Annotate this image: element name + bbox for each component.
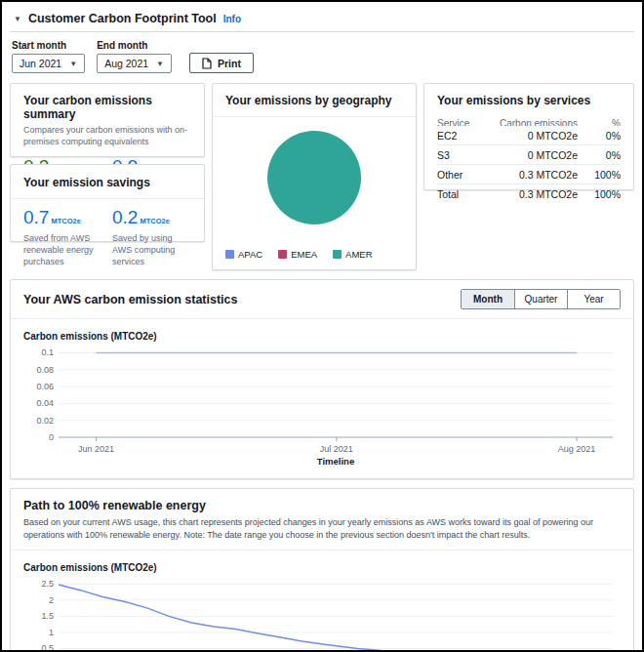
geography-card-title: Your emissions by geography	[225, 94, 403, 107]
geography-chart-area: APAC EMEA AMER	[213, 117, 416, 269]
emission-savings-card: Your emission savings 0.7MTCO2e Saved fr…	[10, 164, 205, 242]
start-month-group: Start month Jun 2021 ▼	[12, 40, 85, 73]
path-chart-area: Carbon emissions (MTCO2e) 00.511.522.520…	[11, 550, 633, 652]
page-frame: ▼ Customer Carbon Footprint Tool Info St…	[0, 0, 644, 652]
info-link[interactable]: Info	[223, 14, 241, 24]
service-name: Other	[437, 169, 482, 181]
page-header: ▼ Customer Carbon Footprint Tool Info	[10, 8, 634, 31]
svg-text:Timeline: Timeline	[317, 456, 354, 467]
apac-swatch-icon	[225, 250, 234, 259]
path-title: Path to 100% renewable energy	[23, 499, 621, 512]
summary-section: Your carbon emissions summary Compares y…	[10, 83, 634, 270]
renewable-path-card: Path to 100% renewable energy Based on y…	[10, 488, 634, 652]
statistics-line-chart[interactable]: 00.020.040.060.080.1Jun 2021Jul 2021Aug …	[23, 344, 621, 470]
svg-text:0.08: 0.08	[36, 365, 54, 375]
table-row-other[interactable]: Other 0.3 MTCO2e 100%	[437, 165, 621, 184]
svg-text:Aug 2021: Aug 2021	[558, 444, 596, 454]
service-percent: 100%	[578, 188, 621, 200]
year-toggle-button[interactable]: Year	[567, 290, 620, 308]
service-percent: 0%	[578, 130, 621, 142]
geography-pie-chart[interactable]	[267, 131, 361, 224]
svg-text:0.1: 0.1	[41, 347, 54, 357]
geography-card: Your emissions by geography APAC EMEA	[212, 83, 417, 270]
controls-bar: Start month Jun 2021 ▼ End month Aug 202…	[10, 38, 634, 83]
table-row-total[interactable]: Total 0.3 MTCO2e 100%	[437, 184, 621, 204]
service-emissions: 0.3 MTCO2e	[482, 188, 578, 200]
computing-savings-unit: MTCO2e	[140, 217, 169, 225]
renewable-savings-metric: 0.7MTCO2e Saved from AWS renewable energ…	[23, 207, 102, 267]
renewable-savings-unit: MTCO2e	[51, 217, 80, 225]
print-button[interactable]: Print	[189, 53, 254, 73]
amer-legend-label: AMER	[345, 249, 372, 260]
geography-card-header: Your emissions by geography	[213, 84, 416, 116]
statistics-chart-area: Carbon emissions (MTCO2e) 00.020.040.060…	[11, 319, 633, 478]
legend-item-apac[interactable]: APAC	[225, 249, 262, 260]
svg-text:0.5: 0.5	[41, 644, 54, 652]
computing-savings-metric: 0.2MTCO2e Saved by using AWS computing s…	[112, 207, 191, 267]
start-month-select[interactable]: Jun 2021 ▼	[12, 54, 85, 73]
svg-text:2: 2	[49, 595, 54, 605]
svg-text:1: 1	[49, 628, 54, 637]
services-table-header: Service Carbon emissions %	[437, 118, 621, 126]
page-title: Customer Carbon Footprint Tool	[28, 12, 217, 25]
path-description: Based on your current AWS usage, this ch…	[23, 516, 621, 542]
service-emissions: 0 MTCO2e	[482, 149, 578, 161]
collapse-caret-icon[interactable]: ▼	[14, 15, 21, 23]
svg-text:Jun 2021: Jun 2021	[78, 444, 114, 454]
renewable-savings-label: Saved from AWS renewable energy purchase…	[23, 232, 102, 267]
col-service: Service	[437, 118, 482, 126]
savings-card-header: Your emission savings	[11, 165, 204, 198]
svg-text:0: 0	[49, 432, 54, 442]
month-toggle-button[interactable]: Month	[462, 290, 514, 308]
end-month-value: Aug 2021	[104, 58, 148, 69]
path-chart-ylabel: Carbon emissions (MTCO2e)	[23, 562, 621, 573]
service-percent: 100%	[578, 169, 621, 181]
service-emissions: 0 MTCO2e	[482, 130, 578, 142]
service-emissions: 0.3 MTCO2e	[482, 169, 578, 181]
summary-card-title: Your carbon emissions summary	[23, 94, 191, 121]
end-month-label: End month	[97, 40, 172, 51]
file-icon	[202, 58, 212, 69]
service-name: S3	[437, 149, 482, 161]
services-card-title: Your emissions by services	[437, 94, 621, 107]
legend-item-emea[interactable]: EMEA	[278, 249, 317, 260]
statistics-card: Your AWS carbon emission statistics Mont…	[10, 279, 634, 479]
service-name: Total	[437, 188, 482, 200]
savings-card-title: Your emission savings	[23, 176, 191, 189]
renewable-savings-value: 0.7	[23, 207, 49, 227]
carbon-summary-card: Your carbon emissions summary Compares y…	[10, 83, 205, 157]
apac-legend-label: APAC	[238, 249, 262, 260]
svg-text:1.5: 1.5	[41, 611, 54, 621]
chevron-down-icon: ▼	[69, 60, 77, 68]
start-month-value: Jun 2021	[20, 58, 61, 69]
col-percent: %	[578, 118, 621, 126]
table-row-ec2[interactable]: EC2 0 MTCO2e 0%	[437, 126, 621, 145]
granularity-control: Month Quarter Year	[461, 289, 621, 309]
geography-legend: APAC EMEA AMER	[225, 249, 373, 260]
path-line-chart[interactable]: 00.511.522.520202021202220232024Timeline	[23, 575, 621, 652]
svg-text:0.04: 0.04	[36, 398, 54, 408]
statistics-header: Your AWS carbon emission statistics Mont…	[11, 280, 633, 319]
services-card: Your emissions by services Service Carbo…	[423, 83, 634, 190]
computing-savings-value: 0.2	[112, 207, 138, 227]
emea-legend-label: EMEA	[291, 249, 317, 260]
quarter-toggle-button[interactable]: Quarter	[514, 290, 567, 308]
end-month-group: End month Aug 2021 ▼	[97, 40, 172, 73]
legend-item-amer[interactable]: AMER	[333, 249, 372, 260]
start-month-label: Start month	[12, 40, 85, 51]
amer-swatch-icon	[333, 250, 342, 259]
svg-text:0.06: 0.06	[36, 382, 54, 391]
svg-text:2.5: 2.5	[41, 579, 54, 589]
service-percent: 0%	[578, 149, 621, 161]
service-name: EC2	[437, 130, 482, 142]
end-month-select[interactable]: Aug 2021 ▼	[97, 54, 172, 73]
statistics-title: Your AWS carbon emission statistics	[23, 293, 238, 306]
svg-text:0.02: 0.02	[36, 416, 54, 426]
summary-card-description: Compares your carbon emissions with on-p…	[23, 124, 191, 147]
header-divider	[10, 31, 634, 32]
statistics-chart-ylabel: Carbon emissions (MTCO2e)	[23, 331, 621, 342]
svg-text:Jul 2021: Jul 2021	[320, 444, 353, 454]
emea-swatch-icon	[278, 250, 287, 259]
table-row-s3[interactable]: S3 0 MTCO2e 0%	[437, 145, 621, 165]
chevron-down-icon: ▼	[156, 60, 164, 68]
